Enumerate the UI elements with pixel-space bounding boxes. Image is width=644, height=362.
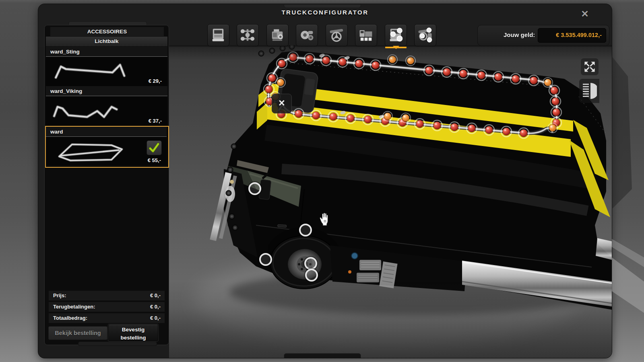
tab-chassis[interactable] [237,24,259,46]
light-slot[interactable] [442,67,452,77]
light-slot[interactable] [493,72,504,82]
attachment-point[interactable] [299,223,312,237]
money-label: Jouw geld: [504,31,535,38]
light-slot[interactable] [550,96,561,107]
sidebar-scroll-down[interactable] [78,341,157,346]
item-title-ward[interactable]: ward [46,127,167,137]
configurator-dialog: TRUCKCONFIGURATOR × Jou [38,4,612,358]
confirm-line2: bestelling [120,335,146,341]
light-slot[interactable] [293,109,304,119]
price-label: Prijs: [53,292,66,298]
refund-label: Terugbetalingen: [53,304,95,310]
light-slot[interactable] [518,128,529,138]
light-slot[interactable] [432,120,442,131]
light-slot[interactable] [328,111,339,122]
item-price: € 55,- [148,157,161,163]
light-slot[interactable] [458,68,469,79]
light-slot[interactable] [551,107,561,117]
lightbar-thumbnail [50,97,134,124]
window-drag-handle-bottom[interactable] [284,353,361,358]
tab-interior[interactable] [326,24,348,46]
remove-accessory-button[interactable]: × [272,94,292,113]
lightbar-thumbnail [49,137,134,164]
confirm-line1: Bevestig [122,327,144,333]
fullscreen-button[interactable] [581,58,599,75]
tab-engine[interactable] [266,24,289,46]
tab-paintjob[interactable] [355,24,377,46]
category-label: Lichtbalk [46,37,167,46]
price-row: Prijs: € 0,- [49,291,165,300]
item-title-ward-viking[interactable]: ward_Viking [46,86,167,96]
headlight-icon [582,82,597,100]
list-item-ward-selected[interactable]: ward € 55,- [45,126,169,168]
refund-value: € 0,- [150,304,161,310]
light-slot-orange[interactable] [383,111,392,121]
tab-accessories-exterior[interactable] [385,24,407,46]
light-slot[interactable] [345,113,356,123]
light-slot[interactable] [510,74,521,84]
headlight-toggle-button[interactable] [579,79,599,103]
light-slot-orange[interactable] [548,123,557,133]
item-price: € 37,- [149,118,162,124]
truck-configurator-screen: TRUCKCONFIGURATOR × Jou [0,0,644,362]
accessories-sidebar: ACCESSOIRES Lichtbalk ward_Sting € 29,- … [44,25,169,345]
light-slot[interactable] [311,110,321,121]
total-label: Totaalbedrag: [53,315,87,321]
confirm-order-button[interactable]: Bevestig bestelling [108,324,158,341]
selected-check-button[interactable] [147,140,162,155]
list-item-ward-sting[interactable]: € 29,- [46,57,167,86]
lightbar-thumbnail [50,58,134,84]
expand-icon [583,60,597,73]
attachment-point[interactable] [248,182,262,195]
light-slot[interactable] [449,122,460,132]
light-slot[interactable] [528,75,539,86]
money-value: € 3.535.499.012,- [556,32,602,38]
item-price: € 29,- [149,78,162,84]
light-slot[interactable] [484,125,494,135]
tab-cabin[interactable] [207,24,229,46]
light-slot[interactable] [415,119,425,129]
light-slot[interactable] [363,114,373,125]
light-slot[interactable] [370,60,381,70]
tab-accessories-interior[interactable] [414,24,436,46]
window-drag-handle-top[interactable] [284,4,361,8]
tab-transmission[interactable] [296,24,318,46]
total-value: € 0,- [150,315,161,321]
attachment-point[interactable] [259,253,272,266]
view-order-button[interactable]: Bekijk bestelling [48,326,107,340]
sidebar-header: ACCESSOIRES [50,27,164,36]
background-bleed [612,0,644,362]
light-slot-orange[interactable] [401,113,411,123]
money-panel: Jouw geld: € 3.535.499.012,- [477,25,609,46]
total-row: Totaalbedrag: € 0,- [49,313,165,323]
light-slot[interactable] [466,123,477,134]
page-title: TRUCKCONFIGURATOR [38,9,612,16]
selected-tab-caret [393,46,399,52]
light-slot[interactable] [501,126,512,137]
light-slot[interactable] [424,65,434,76]
check-icon [147,141,161,155]
refund-row: Terugbetalingen: € 0,- [49,302,165,312]
list-item-ward-viking[interactable]: € 37,- [46,97,167,126]
close-icon[interactable]: × [578,6,591,21]
attachment-point[interactable] [305,268,318,282]
money-box: € 3.535.499.012,- [538,28,606,43]
light-slot-orange[interactable] [276,78,285,87]
price-value: € 0,- [150,292,161,298]
light-slot[interactable] [476,70,487,80]
item-title-ward-sting[interactable]: ward_Sting [46,47,167,57]
light-slot-orange[interactable] [543,78,553,87]
